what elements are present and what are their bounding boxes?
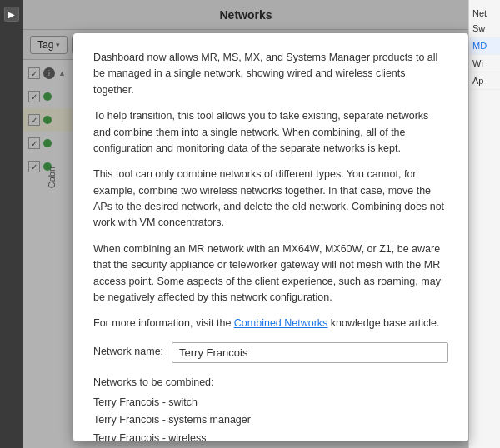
- modal-paragraph-3: When combining an MR network with an MX6…: [93, 241, 448, 306]
- networks-combine-list: Networks to be combined: Terry Francois …: [93, 375, 448, 441]
- sidebar-left: ▶: [0, 0, 23, 448]
- modal-dialog: Dashboard now allows MR, MS, MX, and Sys…: [73, 33, 468, 441]
- network-name-row: Network name:: [93, 342, 448, 363]
- modal-paragraph-2: This tool can only combine networks of d…: [93, 167, 448, 231]
- right-panel-header: Net: [469, 7, 500, 20]
- modal-paragraph-0: Dashboard now allows MR, MS, MX, and Sys…: [93, 50, 448, 98]
- modal-body: Dashboard now allows MR, MS, MX, and Sys…: [93, 50, 448, 441]
- modal-backdrop: Dashboard now allows MR, MS, MX, and Sys…: [23, 0, 468, 448]
- sidebar-toggle-button[interactable]: ▶: [4, 7, 19, 22]
- table-area: i ▲ Cabri: [23, 60, 468, 448]
- network-name-label: Network name:: [93, 344, 163, 360]
- modal-paragraph-1: To help transition, this tool allows you…: [93, 108, 448, 157]
- networks-combine-label: Networks to be combined:: [93, 375, 448, 391]
- right-panel-item-ap[interactable]: Ap: [469, 72, 500, 90]
- right-panel-item-md[interactable]: MD: [469, 37, 500, 55]
- modal-paragraph-4: For more information, visit the Combined…: [93, 316, 448, 331]
- right-panel-item-sw[interactable]: Sw: [469, 20, 500, 37]
- network-item-0: Terry Francois - switch: [93, 394, 448, 411]
- network-item-2: Terry Francois - wireless: [93, 430, 448, 442]
- link-suffix: knowledge base article.: [331, 317, 440, 329]
- combined-networks-link[interactable]: Combined Networks: [234, 317, 328, 329]
- right-panel: Net Sw MD Wi Ap: [468, 0, 500, 448]
- right-panel-item-wi[interactable]: Wi: [469, 55, 500, 72]
- dialog-overlay: Networks Tag ▾ Combine BETA ▾ Delete 4 n…: [23, 0, 468, 448]
- network-name-input[interactable]: [172, 342, 448, 363]
- network-item-1: Terry Francois - systems manager: [93, 411, 448, 429]
